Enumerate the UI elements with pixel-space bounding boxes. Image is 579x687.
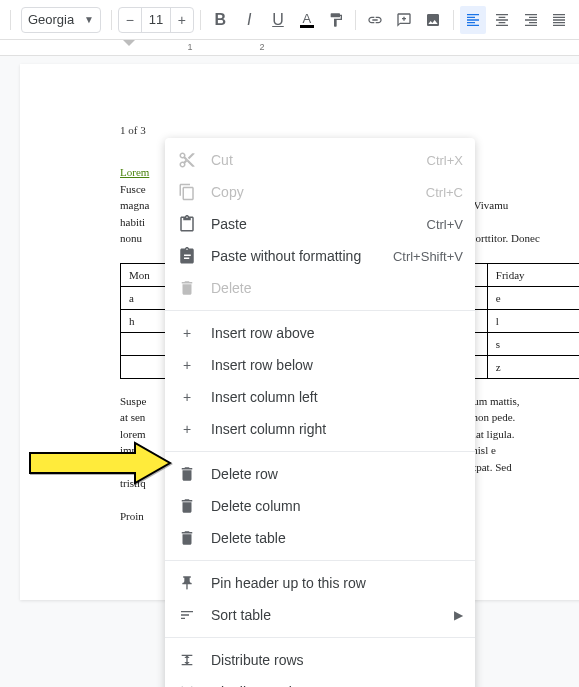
plus-icon: + (177, 419, 197, 439)
insert-image-button[interactable] (420, 6, 447, 34)
menu-distribute-columns[interactable]: Distribute columns (165, 676, 475, 687)
bold-button[interactable]: B (207, 6, 234, 34)
menu-insert-row-above[interactable]: + Insert row above (165, 317, 475, 349)
ruler-number: 1 (187, 42, 192, 52)
menu-delete-table[interactable]: Delete table (165, 522, 475, 554)
paste-icon (177, 214, 197, 234)
chevron-right-icon: ▶ (454, 608, 463, 622)
menu-separator (165, 451, 475, 452)
copy-icon (177, 182, 197, 202)
menu-paste[interactable]: Paste Ctrl+V (165, 208, 475, 240)
menu-label: Sort table (211, 607, 454, 623)
svg-marker-1 (30, 443, 170, 483)
cut-icon (177, 150, 197, 170)
menu-label: Insert row below (211, 357, 463, 373)
align-justify-button[interactable] (546, 6, 573, 34)
table-cell[interactable]: l (487, 309, 579, 332)
menu-shortcut: Ctrl+X (427, 153, 463, 168)
menu-cut: Cut Ctrl+X (165, 144, 475, 176)
trash-icon (177, 464, 197, 484)
menu-distribute-rows[interactable]: Distribute rows (165, 644, 475, 676)
menu-delete-row[interactable]: Delete row (165, 458, 475, 490)
pin-icon (177, 573, 197, 593)
menu-shortcut: Ctrl+Shift+V (393, 249, 463, 264)
table-cell[interactable]: e (487, 286, 579, 309)
trash-icon (177, 528, 197, 548)
annotation-arrow (25, 438, 175, 488)
menu-delete-column[interactable]: Delete column (165, 490, 475, 522)
ruler-indent-marker[interactable] (123, 40, 135, 50)
insert-link-button[interactable] (362, 6, 389, 34)
add-comment-button[interactable] (391, 6, 418, 34)
svg-marker-0 (123, 40, 135, 46)
menu-shortcut: Ctrl+V (427, 217, 463, 232)
chevron-down-icon: ▼ (84, 14, 94, 25)
highlight-color-button[interactable] (322, 6, 349, 34)
context-menu: Cut Ctrl+X Copy Ctrl+C Paste Ctrl+V Past… (165, 138, 475, 687)
font-size-group: − + (118, 7, 194, 33)
paste-plain-icon (177, 246, 197, 266)
plus-icon: + (177, 323, 197, 343)
toolbar: Georgia ▼ − + B I U A (0, 0, 579, 40)
menu-label: Paste without formatting (211, 248, 393, 264)
ruler: 1 2 (0, 40, 579, 56)
menu-separator (165, 637, 475, 638)
menu-label: Distribute rows (211, 652, 463, 668)
distribute-rows-icon (177, 650, 197, 670)
menu-label: Delete table (211, 530, 463, 546)
menu-insert-column-right[interactable]: + Insert column right (165, 413, 475, 445)
menu-sort-table[interactable]: Sort table ▶ (165, 599, 475, 631)
font-size-increase[interactable]: + (171, 8, 193, 32)
table-cell[interactable]: s (487, 332, 579, 355)
align-right-button[interactable] (517, 6, 544, 34)
menu-delete: Delete (165, 272, 475, 304)
menu-copy: Copy Ctrl+C (165, 176, 475, 208)
align-center-button[interactable] (488, 6, 515, 34)
menu-separator (165, 310, 475, 311)
page-indicator: 1 of 3 (120, 124, 579, 136)
font-family-select[interactable]: Georgia ▼ (21, 7, 101, 33)
menu-insert-column-left[interactable]: + Insert column left (165, 381, 475, 413)
ruler-number: 2 (259, 42, 264, 52)
menu-label: Delete column (211, 498, 463, 514)
menu-label: Copy (211, 184, 426, 200)
plus-icon: + (177, 387, 197, 407)
menu-label: Insert column right (211, 421, 463, 437)
menu-label: Pin header up to this row (211, 575, 463, 591)
font-size-decrease[interactable]: − (119, 8, 141, 32)
trash-icon (177, 496, 197, 516)
menu-insert-row-below[interactable]: + Insert row below (165, 349, 475, 381)
italic-button[interactable]: I (236, 6, 263, 34)
menu-label: Delete (211, 280, 463, 296)
font-size-input[interactable] (141, 8, 171, 32)
align-left-button[interactable] (460, 6, 487, 34)
menu-label: Cut (211, 152, 427, 168)
menu-label: Delete row (211, 466, 463, 482)
plus-icon: + (177, 355, 197, 375)
menu-label: Paste (211, 216, 427, 232)
menu-label: Insert row above (211, 325, 463, 341)
menu-shortcut: Ctrl+C (426, 185, 463, 200)
menu-label: Insert column left (211, 389, 463, 405)
sort-icon (177, 605, 197, 625)
trash-icon (177, 278, 197, 298)
table-cell[interactable]: Friday (487, 263, 579, 286)
underline-button[interactable]: U (265, 6, 292, 34)
menu-separator (165, 560, 475, 561)
text-color-button[interactable]: A (293, 6, 320, 34)
table-cell[interactable]: z (487, 355, 579, 378)
menu-pin-header[interactable]: Pin header up to this row (165, 567, 475, 599)
distribute-columns-icon (177, 682, 197, 687)
menu-paste-without-formatting[interactable]: Paste without formatting Ctrl+Shift+V (165, 240, 475, 272)
font-family-value: Georgia (28, 12, 74, 27)
hyperlink[interactable]: Lorem (120, 166, 149, 178)
